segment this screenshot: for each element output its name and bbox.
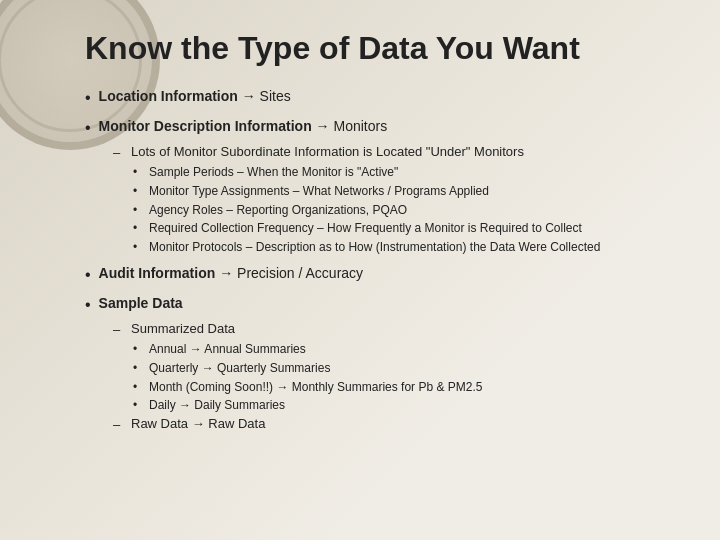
- bullet-text-audit: Audit Information → Precision / Accuracy: [99, 264, 363, 284]
- sub-bullet-item: •Monitor Protocols – Description as to H…: [133, 239, 680, 256]
- bullet-dot: •: [85, 294, 91, 316]
- bullet-sample: •Sample Data–Summarized Data•Annual → An…: [85, 294, 680, 434]
- sub-bullet-item: •Quarterly → Quarterly Summaries: [133, 360, 680, 377]
- dash-item: –Lots of Monitor Subordinate Information…: [113, 144, 680, 162]
- dash-item: –Raw Data → Raw Data: [113, 416, 680, 434]
- dash-text: Lots of Monitor Subordinate Information …: [131, 144, 524, 159]
- bullet-text-location: Location Information → Sites: [99, 87, 291, 107]
- sub-bullet-dot: •: [133, 397, 143, 414]
- sub-bullet-text: Sample Periods – When the Monitor is "Ac…: [149, 164, 398, 181]
- dash-symbol: –: [113, 416, 123, 434]
- bullets-container: •Location Information → Sites•Monitor De…: [85, 87, 680, 434]
- bullet-dot: •: [85, 87, 91, 109]
- sub-bullet-item: •Required Collection Frequency – How Fre…: [133, 220, 680, 237]
- dash-item: –Summarized Data: [113, 321, 680, 339]
- sub-bullet-dot: •: [133, 341, 143, 358]
- sub-bullet-dot: •: [133, 379, 143, 396]
- sub-bullet-text: Quarterly → Quarterly Summaries: [149, 360, 330, 377]
- sub-bullet-dot: •: [133, 164, 143, 181]
- sub-bullet-text: Agency Roles – Reporting Organizations, …: [149, 202, 407, 219]
- bullet-audit: •Audit Information → Precision / Accurac…: [85, 264, 680, 286]
- sub-bullet-text: Monitor Protocols – Description as to Ho…: [149, 239, 600, 256]
- top-bullet-monitor-desc: •Monitor Description Information → Monit…: [85, 117, 680, 139]
- dash-symbol: –: [113, 321, 123, 339]
- sub-bullet-text: Daily → Daily Summaries: [149, 397, 285, 414]
- dash-text: Raw Data → Raw Data: [131, 416, 265, 431]
- dash-text: Summarized Data: [131, 321, 235, 336]
- bullet-location: •Location Information → Sites: [85, 87, 680, 109]
- sub-bullet-text: Monitor Type Assignments – What Networks…: [149, 183, 489, 200]
- bullet-text-sample: Sample Data: [99, 294, 183, 314]
- slide-content: Know the Type of Data You Want •Location…: [0, 0, 720, 540]
- sub-bullet-text: Month (Coming Soon!!) → Monthly Summarie…: [149, 379, 482, 396]
- sub-bullet-item: •Month (Coming Soon!!) → Monthly Summari…: [133, 379, 680, 396]
- bullet-dot: •: [85, 117, 91, 139]
- sub-bullet-item: •Daily → Daily Summaries: [133, 397, 680, 414]
- sub-bullet-dot: •: [133, 183, 143, 200]
- dash-symbol: –: [113, 144, 123, 162]
- top-bullet-sample: •Sample Data: [85, 294, 680, 316]
- sub-bullet-text: Annual → Annual Summaries: [149, 341, 306, 358]
- sub-bullet-dot: •: [133, 360, 143, 377]
- sub-bullet-item: •Monitor Type Assignments – What Network…: [133, 183, 680, 200]
- page-title: Know the Type of Data You Want: [85, 30, 680, 67]
- bullet-text-monitor-desc: Monitor Description Information → Monito…: [99, 117, 388, 137]
- bullet-monitor-desc: •Monitor Description Information → Monit…: [85, 117, 680, 256]
- sub-bullet-item: •Sample Periods – When the Monitor is "A…: [133, 164, 680, 181]
- sub-sub-list: •Sample Periods – When the Monitor is "A…: [133, 164, 680, 256]
- sub-bullet-text: Required Collection Frequency – How Freq…: [149, 220, 582, 237]
- sub-bullet-item: •Annual → Annual Summaries: [133, 341, 680, 358]
- top-bullet-audit: •Audit Information → Precision / Accurac…: [85, 264, 680, 286]
- sub-list-monitor-desc: –Lots of Monitor Subordinate Information…: [113, 144, 680, 256]
- sub-bullet-item: •Agency Roles – Reporting Organizations,…: [133, 202, 680, 219]
- bullet-dot: •: [85, 264, 91, 286]
- sub-sub-list: •Annual → Annual Summaries•Quarterly → Q…: [133, 341, 680, 414]
- sub-bullet-dot: •: [133, 239, 143, 256]
- top-bullet-location: •Location Information → Sites: [85, 87, 680, 109]
- sub-list-sample: –Summarized Data•Annual → Annual Summari…: [113, 321, 680, 435]
- sub-bullet-dot: •: [133, 220, 143, 237]
- sub-bullet-dot: •: [133, 202, 143, 219]
